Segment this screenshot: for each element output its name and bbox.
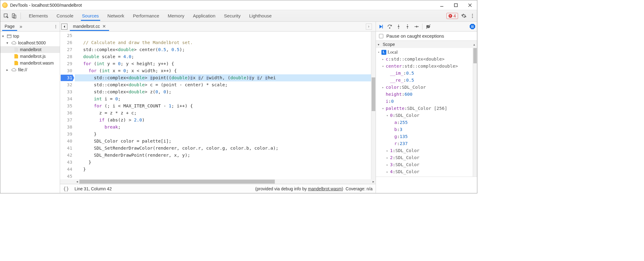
settings-gear-icon[interactable] (461, 13, 467, 19)
code-line[interactable]: break; (75, 124, 371, 131)
step-button[interactable] (413, 24, 419, 30)
scope-var-field[interactable]: __re_: 0.5 (378, 77, 477, 84)
scroll-left-icon[interactable]: ◂ (75, 180, 79, 184)
step-out-button[interactable] (404, 24, 411, 30)
code-line[interactable]: z = z * z + c; (75, 110, 371, 117)
step-into-button[interactable] (396, 24, 402, 30)
code-line[interactable]: } (75, 166, 371, 173)
line-number[interactable]: 38 (60, 124, 72, 131)
step-over-button[interactable] (387, 24, 393, 30)
line-number[interactable]: 30 (60, 67, 72, 74)
scope-var-field[interactable]: b: 3 (378, 126, 477, 133)
line-number[interactable]: 45 (60, 173, 72, 179)
line-number[interactable]: 28 (60, 53, 72, 60)
inspect-element-icon[interactable] (2, 12, 10, 20)
code-line[interactable]: for (int x = 0; x < width; x++) { (75, 67, 371, 74)
sidebar-more-icon[interactable] (54, 24, 58, 29)
vertical-scrollbar[interactable] (473, 48, 477, 177)
pause-caught-row[interactable]: Pause on caught exceptions (376, 32, 477, 41)
pause-caught-checkbox[interactable] (379, 34, 383, 38)
code-editor[interactable]: 2526272829303132333435363738394041424344… (60, 32, 376, 179)
line-number[interactable]: 39 (60, 131, 72, 138)
line-number[interactable]: 41 (60, 145, 72, 152)
resume-button[interactable] (378, 24, 384, 30)
line-number[interactable]: 26 (60, 39, 72, 46)
close-button[interactable] (463, 0, 477, 10)
line-number-gutter[interactable]: 2526272829303132333435363738394041424344… (60, 32, 75, 179)
minimize-button[interactable] (435, 0, 449, 10)
line-number[interactable]: 42 (60, 152, 72, 159)
line-number[interactable]: 43 (60, 159, 72, 166)
line-number[interactable]: 35 (60, 103, 72, 110)
tree-file[interactable]: mandelbrot.js (0, 53, 60, 60)
code-line[interactable]: std::complex<double> z(0, 0); (75, 88, 371, 95)
panel-tab-elements[interactable]: Elements (28, 11, 49, 21)
tree-host[interactable]: ▾ localhost:5000 (0, 39, 60, 46)
scope-var-item[interactable]: ▸2: SDL_Color (378, 154, 477, 161)
code-line[interactable]: SDL_RenderDrawPoint(renderer, x, y); (75, 152, 371, 159)
line-number[interactable]: 44 (60, 166, 72, 173)
scrollbar-thumb[interactable] (473, 48, 477, 63)
sidebar-overflow-icon[interactable]: » (20, 24, 22, 29)
scope-var[interactable]: ▸color: SDL_Color (378, 84, 477, 91)
tree-file-scheme[interactable]: ▸ file:// (0, 66, 60, 73)
deactivate-breakpoints-button[interactable] (425, 24, 431, 30)
line-number[interactable]: 32 (60, 81, 72, 88)
scrollbar-thumb[interactable] (372, 77, 375, 111)
code-line[interactable]: SDL_SetRenderDrawColor(renderer, color.r… (75, 145, 371, 152)
scope-var[interactable]: ▸c: std::complex<double> (378, 56, 477, 63)
panel-tab-application[interactable]: Application (192, 11, 217, 21)
code-line[interactable]: for (int y = 0; y < height; y++) { (75, 60, 371, 67)
tree-file[interactable]: mandelbrot (0, 46, 60, 53)
scope-var-field[interactable]: r: 237 (378, 140, 477, 147)
line-number[interactable]: 36 (60, 110, 72, 117)
editor-file-tab[interactable]: mandelbrot.cc ✕ (70, 22, 109, 31)
panel-tab-lighthouse[interactable]: Lighthouse (248, 11, 273, 21)
code-line[interactable]: int i = 0; (75, 95, 371, 103)
device-toolbar-icon[interactable] (10, 12, 18, 20)
scope-var-item[interactable]: ▸4: SDL_Color (378, 168, 477, 175)
code-line[interactable]: std::complex<double> center(0.5, 0.5); (75, 46, 371, 53)
scope-var-item[interactable]: ▸3: SDL_Color (378, 161, 477, 168)
close-tab-icon[interactable]: ✕ (102, 24, 106, 29)
code-line[interactable]: if (abs(z) > 2.0) (75, 117, 371, 124)
pause-on-exceptions-icon[interactable] (470, 24, 475, 29)
line-number[interactable]: 37 (60, 117, 72, 124)
tree-file[interactable]: mandelbrot.wasm (0, 60, 60, 66)
scope-var-item[interactable]: ▸1: SDL_Color (378, 147, 477, 154)
panel-tab-security[interactable]: Security (223, 11, 242, 21)
scope-var-item[interactable]: ▾0: SDL_Color (378, 112, 477, 119)
line-number[interactable]: 29 (60, 60, 72, 67)
scroll-right-icon[interactable]: ▸ (371, 180, 376, 184)
panel-tab-console[interactable]: Console (55, 11, 75, 21)
line-number[interactable]: 31 (60, 74, 72, 81)
panel-tab-memory[interactable]: Memory (167, 11, 186, 21)
code-line[interactable]: } (75, 159, 371, 166)
horizontal-scrollbar[interactable]: ◂ ▸ (60, 179, 376, 184)
panel-tab-network[interactable]: Network (106, 11, 126, 21)
history-back-button[interactable] (61, 24, 67, 30)
vertical-scrollbar[interactable] (371, 32, 376, 179)
line-number[interactable]: 34 (60, 95, 72, 103)
scope-var[interactable]: ▾palette: SDL_Color [256] (378, 105, 477, 112)
pretty-print-icon[interactable]: {} (63, 186, 69, 192)
panel-tab-sources[interactable]: Sources (81, 11, 100, 21)
sidebar-tab-page[interactable]: Page (2, 22, 17, 31)
scope-var-field[interactable]: g: 135 (378, 133, 477, 140)
scope-section-header[interactable]: ▾ Scope ▴ (376, 41, 477, 48)
scope-var-field[interactable]: a: 255 (378, 119, 477, 126)
code-line[interactable]: std::complex<double> c = (point - center… (75, 81, 371, 88)
code-line[interactable] (75, 32, 371, 39)
line-number[interactable]: 33 (60, 88, 72, 95)
scope-var-field[interactable]: __im_: 0.5 (378, 70, 477, 77)
maximize-button[interactable] (449, 0, 463, 10)
provenance-link[interactable]: mandelbrot.wasm (308, 186, 342, 191)
scope-var[interactable]: i: 0 (378, 98, 477, 105)
code-line[interactable]: double scale = 4.0; (75, 53, 371, 60)
scope-var[interactable]: height: 600 (378, 91, 477, 98)
code-line[interactable]: std::complex<double> ▯point((double)▯x ▯… (75, 74, 371, 81)
history-forward-button[interactable] (366, 24, 372, 30)
scrollbar-thumb[interactable] (79, 180, 275, 184)
code-line[interactable]: for (; i < MAX_ITER_COUNT - 1; i++) { (75, 103, 371, 110)
code-area[interactable]: // Calculate and draw the Mandelbrot set… (75, 32, 371, 179)
